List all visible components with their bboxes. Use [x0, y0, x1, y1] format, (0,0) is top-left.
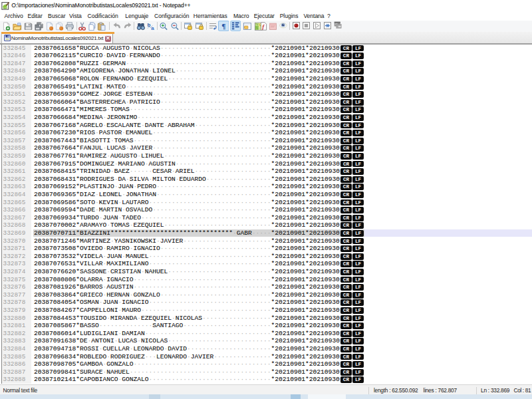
svg-text:¶: ¶: [221, 23, 225, 31]
svg-text:a: a: [151, 25, 154, 31]
